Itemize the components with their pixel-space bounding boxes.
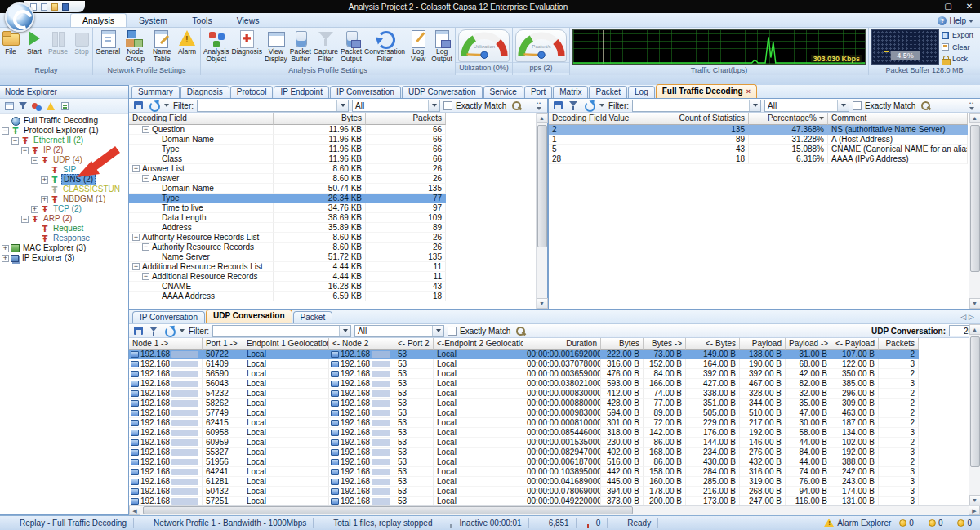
scrollbar-thumb[interactable]	[970, 125, 980, 272]
tree-item[interactable]: + IP Explorer (3)	[0, 253, 128, 263]
exactly-match-checkbox[interactable]	[443, 101, 452, 110]
table-row[interactable]: AAAA Address 6.59 KB 18	[129, 292, 547, 301]
column-header[interactable]: Decoding Field Value	[549, 113, 657, 125]
ribbon-button[interactable]: Node Group	[122, 29, 148, 63]
table-row[interactable]: 1 89 31.228% A (Host Address)	[549, 135, 980, 145]
ribbon-button[interactable]: Packet Buffer	[289, 29, 312, 63]
maximize-button[interactable]: ▢	[938, 0, 959, 13]
expander-icon[interactable]: −	[2, 127, 9, 135]
buffer-action-button[interactable]: Lock	[941, 54, 978, 64]
tab-pager-icons[interactable]: ◁▷	[960, 313, 977, 321]
scroll-up-icon[interactable]: ▲	[969, 113, 980, 123]
column-header[interactable]: Payload ->	[786, 338, 831, 350]
table-row[interactable]: Domain Name 11.96 KB 66	[129, 135, 547, 145]
buffer-action-button[interactable]: Clear	[941, 42, 978, 52]
horizontal-scrollbar[interactable]: ◀ ▶	[129, 505, 980, 515]
filter-scope-select[interactable]: All	[354, 325, 444, 337]
tree-item[interactable]: − IP (2)	[0, 145, 128, 155]
ribbon-tab[interactable]: Views	[225, 13, 272, 27]
ribbon-tab[interactable]: Analysis	[70, 13, 127, 27]
table-row[interactable]: 192.168 56590 Local 192.168 53 Local 00:…	[129, 369, 980, 379]
tree-item[interactable]: CLASSICSTUN	[0, 185, 128, 194]
column-header[interactable]: Bytes ->	[644, 338, 686, 350]
tree-item[interactable]: + NBDGM (1)	[0, 194, 128, 204]
chevron-down-icon[interactable]	[432, 326, 443, 336]
tree-item[interactable]: − Protocol Explorer (1)	[0, 126, 128, 136]
table-row[interactable]: 192.168 56043 Local 192.168 53 Local 00:…	[129, 379, 980, 389]
ribbon-button[interactable]: Packet Output	[340, 29, 363, 63]
conversation-tab[interactable]: Packet	[293, 311, 333, 323]
scrollbar-thumb[interactable]	[537, 125, 547, 247]
refresh-icon[interactable]	[163, 325, 176, 336]
save-icon[interactable]	[132, 325, 145, 336]
ribbon-button[interactable]: Analysis Object	[203, 29, 230, 63]
expander-icon[interactable]: −	[142, 126, 149, 133]
table-row[interactable]: Domain Name 50.74 KB 135	[129, 184, 547, 194]
column-header[interactable]: <- Bytes	[686, 338, 740, 350]
table-row[interactable]: Name Server 51.72 KB 135	[129, 252, 547, 262]
table-row[interactable]: 2 135 47.368% NS (authoritative Name Ser…	[549, 125, 980, 135]
expander-icon[interactable]: −	[11, 137, 19, 145]
conversation-tab[interactable]: IP Conversation	[132, 311, 205, 323]
view-tab[interactable]: Packet	[589, 86, 627, 98]
table-row[interactable]: 5 43 15.088% CNAME (Canonical NAME for a…	[549, 145, 980, 154]
chevron-down-icon[interactable]	[837, 100, 849, 111]
buffer-action-button[interactable]: Export	[941, 30, 978, 40]
column-header[interactable]: Packets	[879, 338, 919, 350]
expander-icon[interactable]: +	[41, 176, 48, 184]
column-header[interactable]: Bytes	[274, 113, 366, 125]
chevron-down-icon[interactable]	[428, 100, 439, 111]
tree-item[interactable]: + DNS (2)	[0, 175, 128, 185]
table-row[interactable]: 192.168 58262 Local 192.168 53 Local 00:…	[129, 399, 980, 408]
toolbar-overflow-button[interactable]	[967, 101, 977, 110]
refresh-icon[interactable]	[148, 100, 160, 111]
ribbon-button[interactable]: Log Output	[430, 29, 453, 63]
chevron-down-icon[interactable]	[336, 100, 348, 111]
table-row[interactable]: 192.168 55327 Local 192.168 53 Local 00:…	[129, 448, 980, 457]
table-row[interactable]: Address 35.89 KB 89	[129, 223, 547, 233]
save-icon[interactable]	[552, 100, 564, 111]
vertical-scrollbar[interactable]: ▲ ▼	[536, 113, 547, 309]
table-row[interactable]: Type 26.34 KB 77	[129, 194, 547, 203]
refresh-icon[interactable]	[583, 100, 595, 111]
table-row[interactable]: 192.168 50432 Local 192.168 53 Local 00:…	[129, 487, 980, 497]
toolbar-overflow-button[interactable]	[534, 101, 544, 110]
table-row[interactable]: 192.168 57749 Local 192.168 53 Local 00:…	[129, 408, 980, 418]
close-button[interactable]: ✕	[959, 0, 980, 13]
filter-input[interactable]	[212, 325, 351, 337]
ribbon-button[interactable]: Start	[23, 29, 46, 56]
app-logo[interactable]	[5, 2, 34, 32]
search-icon[interactable]	[919, 100, 931, 111]
expander-icon[interactable]: −	[142, 243, 149, 251]
view-tab[interactable]: Log	[628, 86, 655, 98]
chevron-down-icon[interactable]	[749, 100, 760, 111]
view-tab[interactable]: Diagnosis	[180, 86, 229, 98]
expander-icon[interactable]: +	[41, 196, 48, 203]
scroll-right-icon[interactable]: ▶	[969, 506, 980, 515]
view-tab[interactable]: Summary	[131, 86, 180, 98]
column-header[interactable]: Percentage%	[749, 113, 828, 125]
column-header[interactable]: Comment	[828, 113, 968, 125]
scrollbar-thumb[interactable]	[970, 336, 980, 467]
ribbon-button[interactable]: Diagnosis	[231, 29, 263, 56]
ribbon-button[interactable]: Conversation Filter	[363, 29, 406, 63]
exactly-match-checkbox[interactable]	[853, 101, 862, 110]
ribbon-button[interactable]: Name Table	[149, 29, 175, 63]
minimize-button[interactable]: –	[916, 0, 938, 13]
table-row[interactable]: CNAME 16.28 KB 43	[129, 282, 547, 292]
view-tab[interactable]: IP Endpoint	[274, 86, 329, 98]
expander-icon[interactable]: +	[31, 206, 38, 213]
tree-item[interactable]: − Ethernet II (2)	[0, 136, 128, 145]
scrollbar-thumb[interactable]	[143, 506, 633, 514]
table-row[interactable]: Data Length 38.69 KB 109	[129, 213, 547, 223]
tree-item[interactable]: + MAC Explorer (3)	[0, 243, 128, 253]
scroll-up-icon[interactable]: ▲	[537, 113, 548, 123]
expander-icon[interactable]: −	[31, 157, 38, 164]
scroll-down-icon[interactable]: ▼	[969, 298, 980, 309]
column-header[interactable]: <- Port 2	[394, 338, 434, 350]
panel-toggle-icon[interactable]	[4, 101, 15, 111]
ribbon-button[interactable]: Alarm	[176, 29, 198, 56]
column-header[interactable]: Count of Statistics	[657, 113, 749, 125]
tree-item[interactable]: Full Traffic Decoding	[0, 116, 128, 126]
table-row[interactable]: 192.168 60959 Local 192.168 53 Local 00:…	[129, 438, 980, 448]
